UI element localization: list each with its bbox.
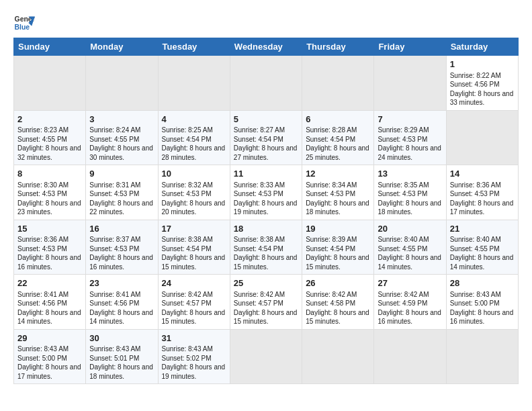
calendar-cell: 7Sunrise: 8:29 AMSunset: 4:53 PMDaylight…	[374, 110, 446, 165]
day-number: 25	[234, 277, 298, 289]
day-number: 23	[89, 277, 154, 289]
daylight: Daylight: 8 hours and 14 minutes.	[378, 254, 441, 271]
sunset: Sunset: 4:55 PM	[89, 136, 139, 143]
sunset: Sunset: 4:53 PM	[162, 190, 212, 197]
day-number: 21	[450, 223, 515, 235]
sunset: Sunset: 4:53 PM	[89, 245, 139, 253]
sunset: Sunset: 4:53 PM	[378, 190, 427, 197]
sunrise: Sunrise: 8:29 AM	[378, 126, 429, 134]
sunset: Sunset: 4:57 PM	[162, 300, 212, 307]
daylight: Daylight: 8 hours and 30 minutes.	[89, 144, 153, 161]
day-number: 11	[234, 168, 298, 180]
day-number: 15	[17, 223, 82, 235]
sunset: Sunset: 4:53 PM	[450, 190, 500, 197]
calendar-cell	[230, 56, 302, 111]
daylight: Daylight: 8 hours and 14 minutes.	[450, 254, 514, 271]
sunrise: Sunrise: 8:28 AM	[306, 126, 357, 134]
sunset: Sunset: 4:54 PM	[306, 136, 355, 143]
calendar-cell: 30Sunrise: 8:43 AMSunset: 5:01 PMDayligh…	[86, 329, 158, 384]
sunset: Sunset: 5:00 PM	[450, 300, 500, 307]
header-row: SundayMondayTuesdayWednesdayThursdayFrid…	[14, 38, 519, 56]
sunset: Sunset: 4:53 PM	[89, 190, 139, 197]
sunrise: Sunrise: 8:43 AM	[17, 345, 69, 353]
week-row-3: 8Sunrise: 8:30 AMSunset: 4:53 PMDaylight…	[14, 165, 519, 220]
sunset: Sunset: 4:59 PM	[378, 300, 427, 307]
calendar-cell: 28Sunrise: 8:43 AMSunset: 5:00 PMDayligh…	[446, 275, 518, 330]
calendar-cell: 9Sunrise: 8:31 AMSunset: 4:53 PMDaylight…	[86, 165, 158, 220]
sunset: Sunset: 5:00 PM	[17, 355, 67, 362]
sunrise: Sunrise: 8:42 AM	[378, 291, 429, 298]
daylight: Daylight: 8 hours and 15 minutes.	[162, 254, 226, 271]
sunset: Sunset: 4:53 PM	[378, 136, 427, 143]
sunset: Sunset: 5:02 PM	[162, 355, 212, 362]
day-number: 13	[378, 168, 442, 180]
sunrise: Sunrise: 8:38 AM	[234, 236, 285, 243]
daylight: Daylight: 8 hours and 18 minutes.	[378, 199, 441, 216]
sunrise: Sunrise: 8:42 AM	[234, 291, 285, 298]
calendar-cell: 2Sunrise: 8:23 AMSunset: 4:55 PMDaylight…	[14, 110, 86, 165]
sunrise: Sunrise: 8:32 AM	[162, 181, 213, 189]
day-number: 3	[89, 113, 154, 126]
week-row-5: 22Sunrise: 8:41 AMSunset: 4:56 PMDayligh…	[14, 275, 519, 330]
daylight: Daylight: 8 hours and 18 minutes.	[306, 199, 369, 216]
calendar-cell	[446, 110, 518, 165]
daylight: Daylight: 8 hours and 28 minutes.	[162, 144, 226, 161]
calendar-cell: 15Sunrise: 8:36 AMSunset: 4:53 PMDayligh…	[14, 220, 86, 275]
sunset: Sunset: 4:53 PM	[234, 190, 283, 197]
sunrise: Sunrise: 8:40 AM	[378, 236, 429, 243]
day-number: 17	[162, 223, 226, 235]
calendar-cell: 26Sunrise: 8:42 AMSunset: 4:58 PMDayligh…	[302, 275, 374, 330]
sunrise: Sunrise: 8:43 AM	[450, 291, 501, 298]
sunset: Sunset: 4:53 PM	[17, 245, 67, 253]
day-number: 9	[89, 168, 154, 180]
header: General Blue	[13, 12, 519, 34]
daylight: Daylight: 8 hours and 15 minutes.	[234, 309, 298, 326]
day-number: 1	[450, 58, 515, 71]
col-header-friday: Friday	[374, 38, 446, 56]
sunset: Sunset: 4:56 PM	[89, 300, 139, 307]
day-number: 16	[89, 223, 154, 235]
sunrise: Sunrise: 8:43 AM	[162, 345, 213, 353]
col-header-sunday: Sunday	[14, 38, 86, 56]
sunset: Sunset: 4:58 PM	[306, 300, 355, 307]
daylight: Daylight: 8 hours and 19 minutes.	[162, 363, 226, 380]
sunrise: Sunrise: 8:40 AM	[450, 236, 501, 243]
sunset: Sunset: 4:55 PM	[17, 136, 67, 143]
day-number: 31	[162, 332, 226, 345]
calendar-cell: 24Sunrise: 8:42 AMSunset: 4:57 PMDayligh…	[158, 275, 230, 330]
calendar-cell: 31Sunrise: 8:43 AMSunset: 5:02 PMDayligh…	[158, 329, 230, 384]
svg-text:Blue: Blue	[15, 24, 30, 31]
col-header-saturday: Saturday	[446, 38, 518, 56]
day-number: 7	[378, 113, 442, 126]
sunrise: Sunrise: 8:31 AM	[89, 181, 140, 189]
daylight: Daylight: 8 hours and 17 minutes.	[17, 363, 81, 380]
sunset: Sunset: 4:54 PM	[162, 136, 212, 143]
day-number: 6	[306, 113, 370, 126]
day-number: 20	[378, 223, 442, 235]
calendar-cell	[374, 329, 446, 384]
sunrise: Sunrise: 8:41 AM	[89, 291, 140, 298]
calendar-cell: 10Sunrise: 8:32 AMSunset: 4:53 PMDayligh…	[158, 165, 230, 220]
calendar-cell: 13Sunrise: 8:35 AMSunset: 4:53 PMDayligh…	[374, 165, 446, 220]
sunrise: Sunrise: 8:22 AM	[450, 72, 501, 79]
daylight: Daylight: 8 hours and 15 minutes.	[306, 254, 369, 271]
daylight: Daylight: 8 hours and 32 minutes.	[17, 144, 81, 161]
week-row-2: 2Sunrise: 8:23 AMSunset: 4:55 PMDaylight…	[14, 110, 519, 165]
sunrise: Sunrise: 8:38 AM	[162, 236, 213, 243]
day-number: 12	[306, 168, 370, 180]
daylight: Daylight: 8 hours and 19 minutes.	[234, 199, 298, 216]
daylight: Daylight: 8 hours and 24 minutes.	[378, 144, 441, 161]
sunrise: Sunrise: 8:42 AM	[162, 291, 213, 298]
sunrise: Sunrise: 8:43 AM	[89, 345, 140, 353]
calendar-cell: 14Sunrise: 8:36 AMSunset: 4:53 PMDayligh…	[446, 165, 518, 220]
sunset: Sunset: 4:53 PM	[17, 190, 67, 197]
calendar-table: SundayMondayTuesdayWednesdayThursdayFrid…	[13, 38, 519, 384]
sunset: Sunset: 4:56 PM	[450, 81, 500, 88]
day-number: 2	[17, 113, 82, 126]
daylight: Daylight: 8 hours and 16 minutes.	[450, 309, 514, 326]
calendar-cell: 3Sunrise: 8:24 AMSunset: 4:55 PMDaylight…	[86, 110, 158, 165]
sunset: Sunset: 4:53 PM	[306, 190, 355, 197]
day-number: 19	[306, 223, 370, 235]
sunrise: Sunrise: 8:36 AM	[17, 236, 69, 243]
daylight: Daylight: 8 hours and 15 minutes.	[306, 309, 369, 326]
